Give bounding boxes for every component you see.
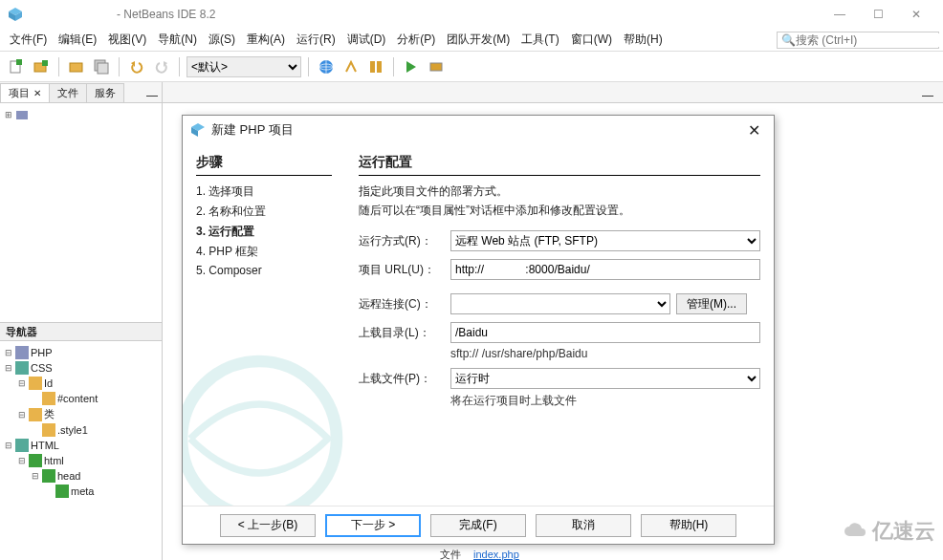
content-desc2: 随后可以在“项目属性”对话框中添加和修改配置设置。	[359, 203, 760, 219]
svg-rect-17	[430, 63, 442, 71]
svg-rect-26	[29, 454, 42, 467]
tree-node-head[interactable]: ⊟head	[29, 468, 160, 484]
svg-rect-21	[29, 377, 42, 390]
new-php-project-dialog: 新建 PHP 项目 ✕ 步骤 1. 选择项目 2. 名称和位置 3. 运行配置 …	[182, 115, 775, 545]
toolbar: <默认>	[0, 52, 943, 82]
tree-node-class[interactable]: ⊟类	[15, 406, 160, 422]
minimize-panel-icon[interactable]: —	[143, 89, 162, 102]
folder-icon	[15, 108, 29, 121]
svg-rect-19	[15, 346, 29, 359]
bottom-file-link[interactable]: index.php	[473, 549, 519, 560]
menu-bar: 文件(F) 编辑(E) 视图(V) 导航(N) 源(S) 重构(A) 运行(R)…	[0, 29, 943, 52]
window-close-button[interactable]: ✕	[897, 2, 935, 27]
tab-files[interactable]: 文件	[49, 83, 87, 102]
svg-rect-23	[29, 408, 42, 421]
left-panel-tabs: 项目✕ 文件 服务 —	[0, 82, 162, 103]
svg-rect-7	[70, 63, 82, 72]
menu-tools[interactable]: 工具(T)	[515, 30, 564, 50]
menu-team[interactable]: 团队开发(M)	[441, 30, 515, 50]
content-desc1: 指定此项目文件的部署方式。	[359, 183, 760, 200]
dialog-close-button[interactable]: ✕	[742, 121, 766, 140]
run-icon[interactable]	[401, 56, 422, 77]
cancel-button[interactable]: 取消	[536, 514, 631, 537]
step-3: 3. 运行配置	[196, 222, 332, 242]
close-icon[interactable]: ✕	[33, 88, 41, 98]
tree-node-php[interactable]: ⊟PHP	[2, 345, 160, 360]
upload-files-hint: 将在运行项目时上载文件	[450, 393, 760, 409]
window-title: - NetBeans IDE 8.2	[31, 8, 821, 21]
step-4: 4. PHP 框架	[196, 242, 332, 262]
tree-node-id[interactable]: ⊟Id	[15, 376, 160, 391]
menu-refactor[interactable]: 重构(A)	[241, 30, 291, 50]
tree-node-html-el[interactable]: ⊟html	[15, 453, 160, 468]
dialog-title-text: 新建 PHP 项目	[211, 121, 294, 139]
svg-marker-16	[406, 61, 416, 73]
menu-help[interactable]: 帮助(H)	[618, 30, 669, 50]
minimize-editor-icon[interactable]: —	[918, 89, 937, 102]
manage-button[interactable]: 管理(M)...	[676, 293, 747, 314]
select-run-as[interactable]: 远程 Web 站点 (FTP, SFTP)	[450, 230, 760, 251]
open-project-icon[interactable]	[66, 56, 87, 77]
tree-node-html[interactable]: ⊟HTML	[2, 438, 160, 453]
globe-icon[interactable]	[316, 56, 337, 77]
menu-file[interactable]: 文件(F)	[4, 30, 53, 50]
svg-rect-9	[98, 63, 108, 74]
clean-build-icon[interactable]	[365, 56, 386, 77]
menu-navigate[interactable]: 导航(N)	[152, 30, 203, 50]
tree-node-meta[interactable]: meta	[42, 484, 160, 499]
debug-icon[interactable]	[426, 56, 447, 77]
svg-rect-15	[377, 61, 382, 73]
steps-header: 步骤	[196, 154, 332, 176]
redo-icon[interactable]	[151, 56, 172, 77]
window-maximize-button[interactable]: ☐	[859, 2, 897, 27]
svg-point-31	[183, 361, 337, 506]
config-select[interactable]: <默认>	[186, 56, 301, 77]
window-minimize-button[interactable]: —	[821, 2, 859, 27]
dialog-cube-icon	[190, 122, 206, 138]
window-titlebar: - NetBeans IDE 8.2 — ☐ ✕	[0, 0, 943, 29]
back-button[interactable]: < 上一步(B)	[220, 514, 316, 537]
step-2: 2. 名称和位置	[196, 202, 332, 222]
svg-rect-25	[15, 439, 29, 452]
menu-view[interactable]: 视图(V)	[102, 30, 152, 50]
tree-node-root[interactable]: ⊞	[2, 107, 160, 122]
label-run-as: 运行方式(R)：	[359, 233, 445, 249]
input-project-url[interactable]	[450, 259, 760, 280]
new-project-icon[interactable]	[31, 56, 52, 77]
select-remote[interactable]	[450, 293, 670, 314]
search-input[interactable]	[796, 33, 939, 47]
bottom-file-indicator: 文件 index.php	[440, 548, 519, 560]
svg-rect-20	[15, 361, 29, 375]
help-button[interactable]: 帮助(H)	[641, 514, 736, 537]
tab-projects[interactable]: 项目✕	[0, 83, 50, 102]
finish-button[interactable]: 完成(F)	[430, 514, 526, 537]
tree-node-css[interactable]: ⊟CSS	[2, 360, 160, 376]
menu-run[interactable]: 运行(R)	[291, 30, 341, 50]
menu-edit[interactable]: 编辑(E)	[53, 30, 102, 50]
label-project-url: 项目 URL(U)：	[359, 262, 445, 278]
editor-tabs: —	[163, 82, 943, 103]
svg-rect-22	[42, 392, 55, 405]
next-button[interactable]: 下一步 >	[325, 514, 421, 537]
projects-tree: ⊞	[0, 103, 162, 322]
svg-rect-27	[42, 469, 55, 483]
navigator-tree: ⊟PHP ⊟CSS ⊟Id #content ⊟类 .style1 ⊟HTML …	[0, 341, 162, 560]
svg-rect-28	[55, 485, 69, 498]
search-box[interactable]: 🔍	[777, 32, 939, 49]
menu-profile[interactable]: 分析(P)	[391, 30, 441, 50]
build-icon[interactable]	[340, 56, 362, 77]
menu-window[interactable]: 窗口(W)	[565, 30, 618, 50]
menu-source[interactable]: 源(S)	[203, 30, 241, 50]
tree-node-content[interactable]: #content	[29, 391, 160, 406]
undo-icon[interactable]	[126, 56, 147, 77]
new-file-icon[interactable]	[6, 56, 27, 77]
save-all-icon[interactable]	[91, 56, 112, 77]
expand-icon[interactable]: ⊞	[4, 110, 13, 119]
select-upload-files[interactable]: 运行时	[450, 368, 760, 389]
upload-dir-hint: sftp:// /usr/share/php/Baidu	[450, 347, 760, 360]
tab-services[interactable]: 服务	[86, 83, 124, 102]
tree-node-style1[interactable]: .style1	[29, 422, 160, 438]
menu-debug[interactable]: 调试(D)	[341, 30, 392, 50]
svg-rect-4	[16, 59, 22, 65]
input-upload-dir[interactable]	[450, 322, 760, 343]
